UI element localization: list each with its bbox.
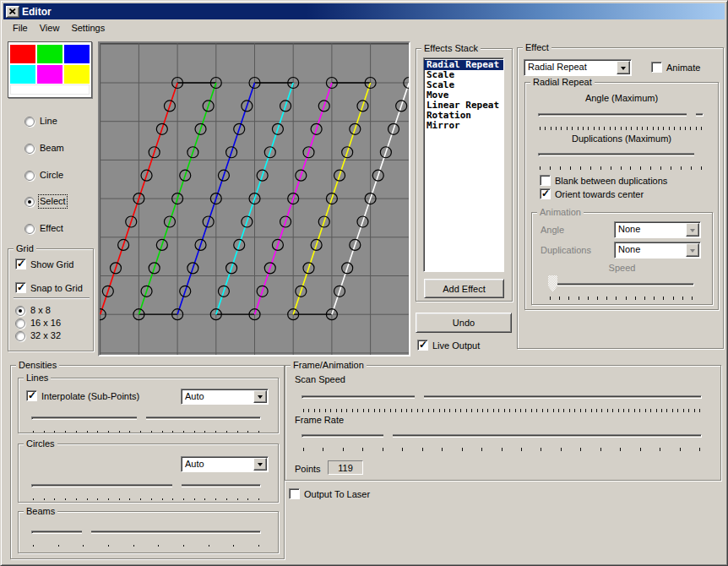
chevron-down-icon[interactable] [617, 61, 630, 74]
chevron-down-icon[interactable] [253, 390, 267, 403]
slider-thumb[interactable] [137, 409, 146, 426]
orient-towards-center-checkbox[interactable] [540, 188, 551, 199]
live-output-checkbox[interactable] [417, 340, 428, 351]
slider-thumb[interactable] [82, 523, 91, 540]
radial-repeat-group: Radial Repeat Angle (Maximum) Duplicatio… [524, 82, 719, 310]
tool-radio-select[interactable]: Select [24, 196, 66, 207]
color-swatch[interactable] [37, 45, 62, 63]
blank-between-duplications-label: Blank between duplications [555, 176, 667, 187]
circles-density-slider[interactable] [31, 476, 261, 503]
blank-between-duplications-checkbox[interactable] [540, 175, 551, 186]
grid-size-radio-8x8[interactable]: 8 x 8 [15, 305, 51, 316]
tool-label: Circle [40, 170, 63, 181]
radio-icon [24, 224, 35, 234]
slider-ticks [33, 498, 259, 502]
slider-thumb[interactable] [694, 145, 704, 162]
grid-size-radio-group: 8 x 816 x 1632 x 32 [8, 249, 93, 351]
tool-label: Effect [40, 223, 63, 234]
effect-group-title: Effect [523, 42, 551, 53]
slider-track[interactable] [538, 153, 704, 156]
slider-thumb[interactable] [548, 275, 557, 292]
color-swatch[interactable] [10, 45, 35, 63]
duplications-slider[interactable] [538, 144, 704, 171]
radio-icon [24, 197, 35, 207]
animation-speed-slider[interactable] [548, 275, 694, 302]
radio-icon [15, 306, 25, 316]
title-bar[interactable]: Editor [3, 3, 725, 19]
points-label: Points [295, 464, 321, 475]
interpolate-checkbox[interactable] [26, 390, 37, 401]
window-title: Editor [22, 6, 52, 18]
effects-stack-list[interactable]: Radial RepeatScaleScaleMoveLinear Repeat… [423, 57, 504, 272]
circles-title: Circles [24, 438, 57, 449]
animation-angle-select[interactable]: None [614, 221, 701, 238]
add-effect-button[interactable]: Add Effect [424, 279, 504, 298]
slider-thumb[interactable] [383, 427, 393, 444]
chevron-down-icon[interactable] [253, 458, 267, 471]
grid-size-radio-16x16[interactable]: 16 x 16 [15, 318, 61, 329]
slider-track[interactable] [31, 484, 261, 487]
menu-settings[interactable]: Settings [65, 21, 111, 35]
scan-speed-slider[interactable] [302, 387, 702, 414]
slider-thumb[interactable] [172, 476, 182, 493]
lines-mode-select[interactable]: Auto [181, 389, 269, 405]
grid-size-label: 8 x 8 [30, 305, 51, 316]
output-to-laser-checkbox[interactable] [289, 488, 300, 499]
slider-track[interactable] [302, 434, 702, 438]
menu-file[interactable]: File [7, 21, 34, 35]
color-swatch[interactable] [64, 45, 90, 63]
tool-radio-beam[interactable]: Beam [24, 143, 64, 154]
lines-mode-value: Auto [185, 391, 204, 401]
chevron-down-icon[interactable] [686, 223, 699, 237]
tool-label: Select [40, 196, 66, 207]
radio-icon [15, 331, 25, 341]
tool-label: Beam [40, 143, 64, 154]
slider-track[interactable] [548, 283, 694, 286]
frame-animation-title: Frame/Animation [291, 360, 367, 371]
slider-thumb[interactable] [687, 106, 696, 122]
tool-radio-effect[interactable]: Effect [24, 223, 63, 234]
drawing-canvas[interactable] [98, 41, 410, 356]
animate-checkbox[interactable] [651, 62, 662, 73]
chevron-down-icon[interactable] [686, 243, 699, 257]
circles-mode-select[interactable]: Auto [181, 456, 269, 472]
effect-type-select[interactable]: Radial Repeat [524, 59, 632, 76]
close-button[interactable] [6, 6, 19, 18]
tool-radio-line[interactable]: Line [24, 116, 57, 127]
beams-density-slider[interactable] [31, 522, 261, 549]
frame-rate-slider[interactable] [302, 426, 702, 453]
animation-angle-value: None [618, 224, 640, 234]
animation-duplications-select[interactable]: None [614, 242, 701, 259]
color-swatch[interactable] [64, 65, 90, 84]
circles-group: Circles Auto [18, 444, 279, 503]
animation-duplications-label: Duplications [541, 245, 591, 256]
densities-group: Densities Lines Interpolate (Sub-Points)… [10, 365, 285, 559]
tool-radio-group: LineBeamCircleSelectEffect [8, 111, 94, 237]
color-swatch[interactable] [10, 65, 35, 84]
angle-slider[interactable] [538, 105, 704, 132]
lines-title: Lines [24, 373, 51, 384]
animation-duplications-value: None [618, 244, 640, 254]
slider-track[interactable] [302, 395, 702, 399]
lines-density-slider[interactable] [31, 408, 261, 435]
animation-speed-label: Speed [532, 263, 712, 273]
grid-group: Grid Show Grid Snap to Grid 8 x 816 x 16… [8, 248, 94, 351]
radio-icon [24, 171, 35, 181]
grid-size-radio-32x32[interactable]: 32 x 32 [15, 330, 61, 341]
color-swatch[interactable] [37, 65, 62, 84]
points-value-box: 119 [328, 460, 363, 475]
menu-view[interactable]: View [34, 21, 66, 35]
undo-button[interactable]: Undo [416, 313, 512, 333]
slider-thumb[interactable] [415, 388, 424, 405]
effects-stack-item[interactable]: Mirror [424, 121, 503, 131]
current-color-swatch[interactable] [10, 84, 90, 95]
circles-mode-value: Auto [185, 459, 204, 469]
effect-type-value: Radial Repeat [528, 62, 587, 72]
grid-size-label: 16 x 16 [30, 318, 61, 329]
interpolate-label: Interpolate (Sub-Points) [41, 391, 139, 402]
slider-track[interactable] [538, 113, 704, 117]
radio-icon [24, 144, 35, 154]
slider-track[interactable] [31, 531, 261, 534]
slider-track[interactable] [31, 416, 261, 420]
tool-radio-circle[interactable]: Circle [24, 170, 63, 181]
